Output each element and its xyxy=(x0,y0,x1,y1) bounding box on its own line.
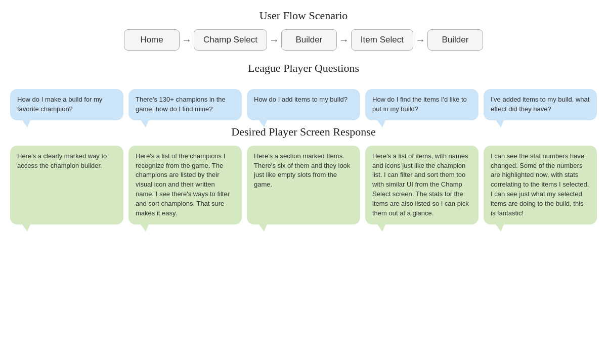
flow-node-2: Builder xyxy=(281,29,337,51)
question-bubble-4: I've added items to my build, what effec… xyxy=(484,89,597,120)
flow-node-0: Home xyxy=(124,29,180,51)
flow-diagram: Home→Champ Select→Builder→Item Select→Bu… xyxy=(10,29,597,51)
question-bubble-0: How do I make a build for my favorite ch… xyxy=(10,89,123,120)
flow-node-1: Champ Select xyxy=(194,29,267,51)
response-bubble-3: Here's a list of items, with names and i… xyxy=(365,146,479,224)
responses-title: Desired Player Screen Response xyxy=(10,125,597,139)
response-bubble-1: Here's a list of the champions I recogni… xyxy=(128,146,242,224)
flow-node-3: Item Select xyxy=(351,29,413,51)
questions-title: League Player Questions xyxy=(10,62,597,75)
flow-arrow-3: → xyxy=(415,34,425,46)
page-container: User Flow Scenario Home→Champ Select→Bui… xyxy=(0,0,607,240)
question-bubble-2: How do I add items to my build? xyxy=(247,89,360,120)
response-bubble-2: Here's a section marked Items. There's s… xyxy=(247,146,360,224)
question-bubble-3: How do I find the items I'd like to put … xyxy=(365,89,479,120)
questions-row: How do I make a build for my favorite ch… xyxy=(10,89,597,120)
flow-arrow-2: → xyxy=(339,34,349,46)
question-bubble-1: There's 130+ champions in the game, how … xyxy=(128,89,242,120)
responses-row: Here's a clearly marked way to access th… xyxy=(10,146,597,224)
flow-node-4: Builder xyxy=(427,29,483,51)
flow-arrow-1: → xyxy=(269,34,279,46)
response-bubble-4: I can see the stat numbers have changed.… xyxy=(484,146,597,224)
response-bubble-0: Here's a clearly marked way to access th… xyxy=(10,146,123,224)
page-title: User Flow Scenario xyxy=(10,9,597,22)
flow-arrow-0: → xyxy=(182,34,192,46)
